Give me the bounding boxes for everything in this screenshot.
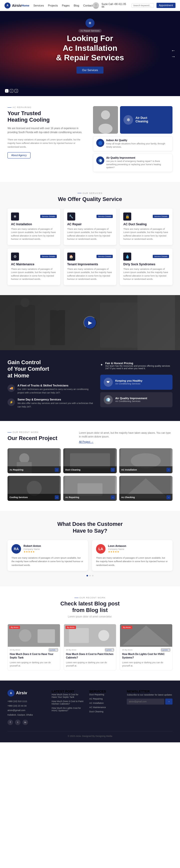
service-badge-5[interactable]: Service Details (97, 255, 113, 258)
project-link-icon-1[interactable]: → (55, 468, 59, 472)
health-title: Keeping you Healthy (115, 379, 143, 382)
blog-label: Our Recent Work (7, 596, 173, 599)
emergency-icon: ⚡ (7, 399, 15, 406)
project-card-2: Duct Cleaning → (63, 448, 116, 473)
hero-cta-button[interactable]: Our Services (76, 67, 104, 73)
projects-desc: Lorem ipsum dolor sit amet, but the majo… (79, 431, 173, 438)
project-link-icon-6[interactable]: → (167, 495, 171, 499)
quality-title: We Offer Quality Service (7, 196, 173, 203)
project-link-icon-2[interactable]: → (111, 468, 115, 472)
hero-dot-1[interactable]: 1 (5, 89, 8, 93)
testimonial-name-1: Robert Anton (24, 545, 41, 547)
service-name-1: AC Installation (11, 222, 57, 226)
air-quality-title: Air Quality Improvement (106, 156, 169, 159)
testimonial-avatar-1: RA (11, 544, 21, 554)
hero-dot-3[interactable]: 3 (14, 89, 18, 93)
blog-update-btn-1[interactable]: Update + (49, 648, 58, 651)
testimonial-dot-2[interactable] (89, 575, 91, 577)
twitter-icon[interactable]: t (15, 720, 21, 725)
service-desc-3: There are many variations of passages of… (123, 227, 169, 241)
service-badge-3[interactable]: Service Details (153, 215, 169, 218)
footer-post-1[interactable]: How Much Does it Cost for Have Your Sept… (52, 693, 84, 698)
nav-home[interactable]: Home (22, 4, 30, 7)
project-link-icon-5[interactable]: → (111, 495, 115, 499)
pricing-desc: Our team has the resources and process o… (105, 365, 173, 370)
testimonial-dots (7, 575, 173, 577)
footer-service-2[interactable]: AC Repairing (89, 698, 122, 700)
project-link-icon-4[interactable]: → (55, 495, 59, 499)
newsletter-input[interactable] (127, 699, 164, 705)
service-badge-6[interactable]: Service Details (153, 255, 169, 258)
blog-date-3: 20 By Airsiv (122, 649, 133, 651)
pricing-icon: ✦ (100, 363, 104, 368)
air-quality-description: Are you in need of emergency heating rep… (106, 160, 169, 169)
nav-pages[interactable]: Pages (62, 4, 70, 7)
nav-right: Suzie Call +90 411 05 44 Appointment (93, 2, 176, 9)
feature-1-title: A Fleet of Trucks & Skilled Technicians (17, 384, 94, 387)
hero-prev-arrow[interactable]: ← (171, 48, 176, 53)
service-icon-2: 🔧 (67, 213, 75, 220)
air-title: Air Quality Improvement (115, 397, 147, 400)
blog-meta-2: 20 By Airsiv Update + (64, 647, 116, 652)
air-duct-card: ❄ Air DuctCleaning (120, 106, 173, 134)
footer-service-4[interactable]: AC Maintenance (89, 706, 122, 709)
facebook-icon[interactable]: f (7, 720, 13, 725)
hero-next-arrow[interactable]: → (171, 54, 176, 59)
instagram-icon[interactable]: in (23, 720, 28, 725)
footer-service-links: Duct Repairing AC Repairing AC Installat… (89, 693, 122, 713)
trusted-label: Ac Repairing (7, 106, 87, 108)
service-badge-4[interactable]: Service Details (40, 255, 57, 258)
footer-post-2[interactable]: How Much Does it Cost to Paint Kitchen C… (52, 700, 84, 705)
footer-address: Kaliakoir, Gazipur, Dhaka (7, 713, 47, 717)
about-button[interactable]: About Agency (7, 152, 31, 158)
quality-section: Our Services We Offer Quality Service ❄ … (0, 182, 180, 295)
search-input[interactable] (132, 3, 154, 8)
nav-logo[interactable]: A Airsiv (4, 2, 22, 8)
blog-update-btn-3[interactable]: Update + (161, 648, 170, 651)
service-badge-1[interactable]: Service Details (40, 215, 57, 218)
service-icon-4: ⚙ (11, 252, 19, 260)
blog-post-desc-2: Lorem rem quiping or darking you can do … (64, 661, 116, 670)
svg-point-0 (95, 3, 97, 6)
footer-post-3[interactable]: How Much Do Lights Cost for HVAC Systems… (52, 707, 84, 712)
svg-point-30 (98, 630, 109, 641)
nav-blog[interactable]: Blog (74, 4, 79, 7)
testimonial-dot-1[interactable] (86, 575, 88, 577)
indoor-icon: 🌀 (96, 139, 104, 147)
air-icon: 💨 (104, 395, 113, 404)
footer-top: A Airsiv +880 (10) 510 1111 +880 (10) 23… (7, 689, 173, 725)
testimonial-stars-1: ★★★★★ (24, 550, 41, 553)
svg-point-18 (131, 453, 161, 468)
testimonial-header-1: RA Robert Anton Company Name ★★★★★ (11, 544, 84, 554)
newsletter-submit-button[interactable]: → (165, 699, 173, 705)
nav-contact[interactable]: Contact (83, 4, 93, 7)
comfort-right: ✦ Fair & Honest Pricing Our team has the… (100, 359, 173, 412)
nav-phone: Suzie Call +90 411 05 44 (102, 3, 129, 8)
comfort-section: Gain Controlof Your Comfortat Home 🚚 A F… (0, 350, 180, 421)
appointment-button[interactable]: Appointment (156, 3, 176, 8)
footer-service-3[interactable]: AC Installation (89, 702, 122, 704)
testimonial-dot-3[interactable] (92, 575, 94, 577)
health-subtitle: Air Conditioning Services (115, 382, 143, 385)
blog-update-btn-2[interactable]: Update + (105, 648, 114, 651)
project-title-1: Ac Repairing (9, 469, 24, 471)
testimonial-role-2: Company Name (108, 548, 126, 550)
nav-services[interactable]: Services (33, 4, 44, 7)
svg-rect-16 (70, 453, 110, 468)
project-link-icon-3[interactable]: → (167, 468, 171, 472)
blog-card-1: By Airsiv 20 By Airsiv Update + How Much… (7, 624, 60, 671)
service-badge-2[interactable]: Service Details (97, 215, 113, 218)
blog-title: Check latest Blog postfrom Blog list (7, 600, 173, 614)
footer-service-1[interactable]: Duct Repairing (89, 693, 122, 696)
project-card-5: Ac Repairing → (63, 476, 116, 501)
footer-service-5[interactable]: Duct Cleaning (89, 710, 122, 713)
project-card-4: Cooling Services → (7, 476, 61, 501)
nav-projects[interactable]: Projects (48, 4, 58, 7)
trusted-left: Ac Repairing Your TrustedHeating Cooling… (7, 106, 87, 172)
hero-dot-2[interactable]: 2 (10, 89, 13, 93)
video-play-button[interactable]: ▶ (83, 316, 97, 329)
all-projects-button[interactable]: All Project → (79, 440, 94, 443)
testimonial-header-2: LA Leon Antason Company Name ★★★★★ (96, 544, 169, 554)
service-card-1: ❄ Service Details AC Installation There … (7, 209, 60, 245)
blog-img-wrapper-2: By Airsiv (64, 624, 116, 647)
